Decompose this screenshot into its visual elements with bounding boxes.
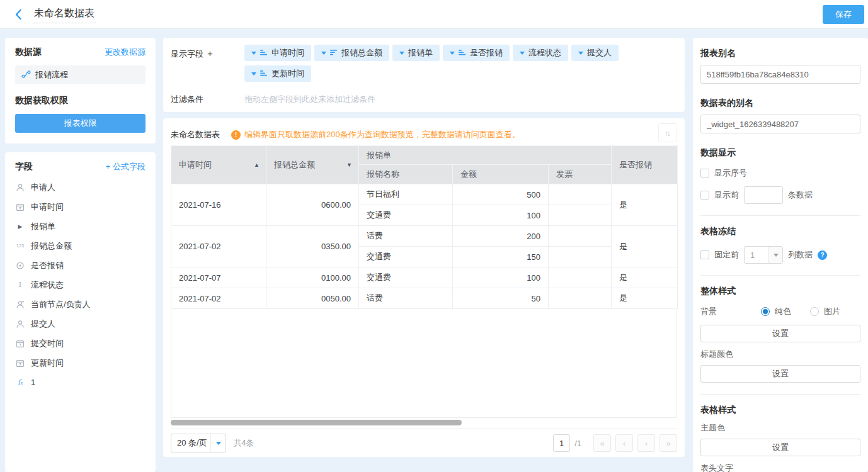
add-display-field-button[interactable]: + xyxy=(207,48,213,59)
sort-asc-icon xyxy=(459,50,466,56)
page-size-select[interactable]: 20 条/页 xyxy=(171,434,226,452)
field-item[interactable]: 更新时间 xyxy=(15,353,146,373)
back-chevron-icon xyxy=(14,9,23,20)
header-text-label: 表头文字 xyxy=(700,463,860,472)
freeze-checkbox[interactable] xyxy=(700,250,709,259)
column-header-total[interactable]: 报销总金额▼ xyxy=(266,146,359,184)
field-item[interactable]: ▶报销单 xyxy=(15,216,146,236)
display-field-chip[interactable]: 流程状态 xyxy=(513,45,568,61)
display-field-chip[interactable]: 报销单 xyxy=(392,45,440,61)
horizontal-scrollbar xyxy=(171,419,677,427)
field-label: 报销单 xyxy=(31,221,55,232)
field-label: 流程状态 xyxy=(31,279,64,291)
cell-name: 交通费 xyxy=(359,247,453,267)
chip-label: 更新时间 xyxy=(271,68,304,79)
report-alias-label: 报表别名 xyxy=(700,48,860,59)
report-permission-button[interactable]: 报表权限 xyxy=(15,114,146,133)
divider xyxy=(700,275,860,276)
show-first-count-input[interactable] xyxy=(744,186,783,204)
add-formula-field-link[interactable]: + 公式字段 xyxy=(106,161,146,172)
chip-label: 流程状态 xyxy=(528,47,561,59)
show-index-checkbox[interactable] xyxy=(700,169,709,177)
freeze-count-value: 1 xyxy=(745,250,768,260)
column-header-date[interactable]: 申请时间▲ xyxy=(171,146,266,184)
warning-icon: ! xyxy=(231,130,241,140)
field-label: 是否报销 xyxy=(31,260,64,271)
chip-label: 报销单 xyxy=(408,47,433,59)
display-field-chip[interactable]: 提交人 xyxy=(571,45,619,61)
display-field-chip[interactable]: 报销总金额 xyxy=(314,45,389,61)
page-number-input[interactable] xyxy=(553,434,570,452)
field-item[interactable]: 提交时间 xyxy=(15,334,146,353)
help-icon[interactable]: ? xyxy=(818,250,827,260)
field-item[interactable]: I流程状态 xyxy=(15,275,146,295)
data-display-title: 数据显示 xyxy=(700,147,860,159)
column-header-name[interactable]: 报销名称 xyxy=(359,165,453,184)
display-field-chip[interactable]: 申请时间 xyxy=(244,45,311,61)
field-label: 当前节点/负责人 xyxy=(31,299,91,310)
row-sort-settings-button[interactable]: ↑↓ xyxy=(658,123,677,142)
user-icon xyxy=(15,183,25,192)
report-alias-input[interactable] xyxy=(700,65,860,84)
show-first-checkbox[interactable] xyxy=(700,191,709,199)
field-label: 更新时间 xyxy=(31,357,64,369)
page-title[interactable]: 未命名数据表 xyxy=(33,6,96,23)
preview-table: 申请时间▲报销总金额▼报销单是否报销报销名称金额发票 2021-07-16060… xyxy=(171,145,678,309)
cell-amount: 100 xyxy=(453,205,549,226)
next-page-button[interactable]: › xyxy=(637,434,655,452)
prev-page-button[interactable]: ‹ xyxy=(615,434,633,452)
title-color-set-button[interactable]: 设置 xyxy=(700,365,860,383)
table-alias-input[interactable] xyxy=(700,115,860,133)
next-page-icon: › xyxy=(645,439,648,448)
column-header-amount[interactable]: 金额 xyxy=(453,165,549,184)
field-item[interactable]: fx1 xyxy=(15,373,146,392)
last-page-button[interactable]: » xyxy=(660,434,677,452)
filter-card: 过滤条件 拖动左侧字段到此处来添加过滤条件 xyxy=(163,87,685,112)
column-header-invoice[interactable]: 发票 xyxy=(549,165,612,184)
image-label: 图片 xyxy=(824,306,840,317)
top-bar: 未命名数据表 保存 xyxy=(0,0,868,29)
cell-date: 2021-07-02 xyxy=(171,226,266,267)
number-icon: 123 xyxy=(15,243,25,249)
theme-color-set-button[interactable]: 设置 xyxy=(700,439,860,456)
field-item[interactable]: 当前节点/负责人 xyxy=(15,295,146,314)
field-label: 申请时间 xyxy=(31,201,64,213)
change-datasource-link[interactable]: 更改数据源 xyxy=(105,47,146,58)
first-page-button[interactable]: « xyxy=(593,434,611,452)
filter-label: 过滤条件 xyxy=(171,94,244,105)
table-empty-area xyxy=(171,309,677,418)
display-field-chips: 申请时间报销总金额报销单是否报销流程状态提交人更新时间 xyxy=(244,45,660,82)
field-label: 提交时间 xyxy=(31,338,64,349)
solid-color-label: 纯色 xyxy=(775,306,791,317)
chevron-down-icon xyxy=(768,247,782,263)
back-button[interactable] xyxy=(14,9,23,20)
total-count: 共4条 xyxy=(234,438,254,449)
image-radio[interactable] xyxy=(810,307,819,316)
field-item[interactable]: 123报销总金额 xyxy=(15,236,146,256)
column-header-reimbursed[interactable]: 是否报销 xyxy=(612,146,678,184)
cell-invoice xyxy=(549,205,612,226)
filter-dropzone[interactable]: 拖动左侧字段到此处来添加过滤条件 xyxy=(244,94,375,105)
prev-page-icon: ‹ xyxy=(623,439,625,448)
display-field-chip[interactable]: 是否报销 xyxy=(443,45,510,61)
overall-style-title: 整体样式 xyxy=(700,286,860,297)
freeze-count-select[interactable]: 1 xyxy=(744,246,783,264)
sort-asc-icon: ▲ xyxy=(254,162,260,168)
display-field-chip[interactable]: 更新时间 xyxy=(244,65,311,82)
cell-name: 话费 xyxy=(359,288,453,309)
field-label: 提交人 xyxy=(31,318,55,330)
horizontal-scrollbar-thumb[interactable] xyxy=(171,420,462,425)
field-item[interactable]: 提交人 xyxy=(15,314,146,334)
field-item[interactable]: 申请人 xyxy=(15,177,146,197)
save-button[interactable]: 保存 xyxy=(823,5,864,24)
table-row: 2021-07-020350.00话费200是 xyxy=(171,226,678,247)
expand-triangle-icon: ▶ xyxy=(18,223,23,230)
column-header-group[interactable]: 报销单 xyxy=(359,146,612,165)
datasource-item[interactable]: 报销流程 xyxy=(15,65,146,84)
chevron-down-icon xyxy=(251,52,256,55)
background-set-button[interactable]: 设置 xyxy=(700,325,860,342)
field-item[interactable]: 申请时间 xyxy=(15,197,146,216)
solid-color-radio[interactable] xyxy=(761,307,770,316)
sort-asc-icon xyxy=(260,50,268,56)
field-item[interactable]: 是否报销 xyxy=(15,256,146,275)
